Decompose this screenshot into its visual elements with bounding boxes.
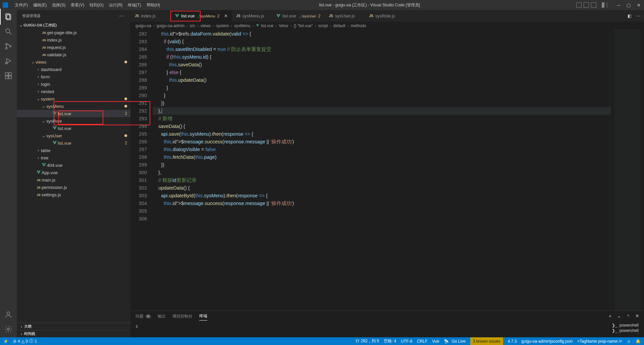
status-line-col[interactable]: 行 292，列 9 bbox=[356, 338, 379, 344]
folder-system[interactable]: ⌄system bbox=[17, 95, 130, 102]
tab-sysUser.js[interactable]: JSsysUser.js bbox=[325, 10, 365, 22]
file-get-page-title.js[interactable]: JSget-page-title.js bbox=[17, 29, 130, 36]
section-时间线[interactable]: ›时间线 bbox=[17, 330, 130, 337]
menu-item[interactable]: 帮助(H) bbox=[144, 2, 163, 8]
workspace-header[interactable]: ⌄GUIGU-OA (工作区) bbox=[17, 22, 130, 29]
status-eol[interactable]: CRLF bbox=[417, 339, 427, 344]
status-ts[interactable]: 4.7.3 bbox=[508, 339, 517, 344]
tab-index.js[interactable]: JSindex.js bbox=[131, 10, 171, 22]
status-jsconfig[interactable]: guigu-oa-admin\jsconfig.json bbox=[522, 339, 573, 344]
terminal-list[interactable]: ❯_powershell❯_powershell bbox=[606, 322, 644, 337]
code-view[interactable]: this.id">$refs.dataForm.validate(valid =… bbox=[153, 29, 610, 310]
file-permission.js[interactable]: JSpermission.js bbox=[17, 184, 130, 191]
menu-item[interactable]: 终端(T) bbox=[125, 2, 144, 8]
status-bell[interactable]: 🔔 bbox=[636, 339, 641, 344]
panel-tab-输出[interactable]: 输出 bbox=[158, 314, 166, 319]
svg-point-6 bbox=[10, 46, 11, 47]
menu-item[interactable]: 查看(V) bbox=[68, 2, 87, 8]
status-golive[interactable]: 📡Go Live bbox=[444, 339, 465, 344]
tab-list.vue-sysMenu[interactable]: list.vue..\sysMenu2✕ bbox=[171, 10, 232, 22]
extensions-icon[interactable] bbox=[4, 72, 12, 80]
menu-item[interactable]: 编辑(E) bbox=[31, 2, 49, 8]
tab-list.vue-sysUser[interactable]: list.vue...\sysUser2 bbox=[272, 10, 325, 22]
file-request.js[interactable]: JSrequest.js bbox=[17, 44, 130, 51]
breadcrumb-item[interactable]: methods bbox=[351, 23, 366, 28]
folder-sysMenu[interactable]: ⌄sysMenu bbox=[17, 102, 130, 110]
explorer-icon[interactable] bbox=[4, 13, 12, 21]
panel-maximize-icon[interactable]: ＾ bbox=[626, 313, 631, 319]
tab-more-icon[interactable]: ⋯ bbox=[636, 13, 641, 18]
status-feedback[interactable]: ☺ bbox=[627, 339, 631, 344]
breadcrumb-item[interactable]: guigu-oa bbox=[136, 23, 151, 28]
minimize-button[interactable]: ─ bbox=[616, 3, 621, 8]
folder-sysUser[interactable]: ⌄sysUser bbox=[17, 132, 130, 139]
minimap[interactable] bbox=[610, 29, 644, 310]
folder-nested[interactable]: ›nested bbox=[17, 88, 130, 95]
breadcrumb-item[interactable]: script bbox=[318, 23, 328, 28]
source-control-icon[interactable] bbox=[4, 42, 12, 50]
menu-item[interactable]: 转到(G) bbox=[87, 2, 106, 8]
folder-tree[interactable]: ›tree bbox=[17, 154, 130, 161]
folder-table[interactable]: ›table bbox=[17, 147, 130, 154]
file-validate.js[interactable]: JSvalidate.js bbox=[17, 51, 130, 58]
folder-form[interactable]: ›form bbox=[17, 73, 130, 80]
menu-bar[interactable]: 文件(F)编辑(E)选择(S)查看(V)转到(G)运行(R)终端(T)帮助(H) bbox=[12, 2, 163, 8]
breadcrumb-item[interactable]: views bbox=[201, 23, 211, 28]
close-button[interactable]: ✕ bbox=[636, 3, 641, 8]
breadcrumb-item[interactable]: guigu-oa-admin bbox=[157, 23, 184, 28]
status-remote[interactable]: ⚡ bbox=[3, 339, 8, 344]
account-icon[interactable] bbox=[4, 310, 12, 319]
svg-point-2 bbox=[6, 29, 10, 33]
status-tagname[interactable]: <TagName prop-name /> bbox=[577, 339, 622, 344]
run-debug-icon[interactable] bbox=[4, 57, 12, 65]
layout-controls[interactable] bbox=[576, 2, 607, 8]
file-App.vue[interactable]: App.vue bbox=[17, 169, 130, 176]
panel-tab-调试控制台[interactable]: 调试控制台 bbox=[172, 314, 193, 319]
breadcrumb[interactable]: guigu-oa›guigu-oa-admin›src›views›system… bbox=[131, 22, 644, 29]
menu-item[interactable]: 选择(S) bbox=[49, 2, 68, 8]
terminal-prompt[interactable]: ▯ bbox=[131, 322, 143, 337]
split-editor-icon[interactable]: ◧ bbox=[628, 13, 632, 18]
folder-views[interactable]: ⌄views bbox=[17, 58, 130, 66]
section-大纲[interactable]: ›大纲 bbox=[17, 323, 130, 330]
status-problems[interactable]: ⊘4 △0 ⓘ1 bbox=[13, 338, 37, 344]
breadcrumb-item[interactable]: default bbox=[333, 23, 345, 28]
new-terminal-icon[interactable]: ＋ bbox=[608, 313, 612, 319]
folder-dashboard[interactable]: ›dashboard bbox=[17, 66, 130, 73]
maximize-button[interactable]: ▢ bbox=[626, 3, 631, 8]
file-main.js[interactable]: JSmain.js bbox=[17, 176, 130, 184]
file-list.vue[interactable]: list.vue bbox=[17, 125, 130, 132]
breadcrumb-item[interactable]: src bbox=[190, 23, 195, 28]
terminal-entry[interactable]: ❯_powershell bbox=[612, 323, 639, 328]
tab-sysRole.js[interactable]: JSsysRole.js bbox=[365, 10, 405, 22]
menu-item[interactable]: 运行(R) bbox=[106, 2, 125, 8]
breadcrumb-item[interactable]: sysMenu bbox=[234, 23, 250, 28]
status-encoding[interactable]: UTF-8 bbox=[401, 339, 412, 344]
file-index.js[interactable]: JSindex.js bbox=[17, 36, 130, 44]
settings-icon[interactable] bbox=[4, 325, 12, 333]
folder-sysRole[interactable]: ⌄sysRole bbox=[17, 117, 130, 125]
sidebar-more-icon[interactable]: ⋯ bbox=[119, 13, 125, 19]
file-list.vue[interactable]: list.vue2 bbox=[17, 139, 130, 147]
search-icon[interactable] bbox=[4, 27, 12, 36]
file-tree[interactable]: JSget-page-title.jsJSindex.jsJSrequest.j… bbox=[17, 29, 130, 323]
terminal-dropdown-icon[interactable]: ⌄ bbox=[617, 313, 621, 319]
breadcrumb-item[interactable]: list.vue bbox=[256, 23, 273, 28]
terminal-entry[interactable]: ❯_powershell bbox=[612, 328, 639, 333]
breadcrumb-item[interactable]: Vetur bbox=[279, 23, 288, 28]
folder-login[interactable]: ›login bbox=[17, 80, 130, 88]
status-language[interactable]: Vue bbox=[432, 339, 439, 344]
file-settings.js[interactable]: JSsettings.js bbox=[17, 191, 130, 198]
panel-tab-问题[interactable]: 问题5 bbox=[136, 314, 151, 319]
vscode-logo bbox=[3, 2, 8, 8]
menu-item[interactable]: 文件(F) bbox=[12, 2, 31, 8]
panel-close-icon[interactable]: ✕ bbox=[635, 313, 639, 319]
status-issues[interactable]: 3 known issues bbox=[470, 337, 503, 345]
breadcrumb-item[interactable]: {} "list.vue" bbox=[294, 23, 313, 28]
tab-sysMenu.js[interactable]: JSsysMenu.js bbox=[232, 10, 272, 22]
breadcrumb-item[interactable]: system bbox=[216, 23, 229, 28]
file-list.vue[interactable]: list.vue2 bbox=[17, 110, 130, 117]
status-spaces[interactable]: 空格: 4 bbox=[384, 338, 396, 344]
file-404.vue[interactable]: 404.vue bbox=[17, 161, 130, 169]
panel-tab-终端[interactable]: 终端 bbox=[199, 313, 207, 321]
